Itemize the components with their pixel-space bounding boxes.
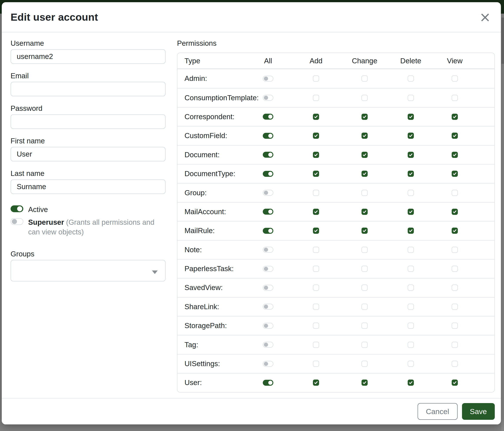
add-checkbox[interactable] [313,152,319,158]
view-checkbox[interactable] [452,95,458,101]
add-checkbox[interactable] [313,285,319,291]
view-checkbox[interactable] [452,379,458,386]
toggle-knob [264,96,268,100]
last-name-input[interactable] [10,180,166,194]
delete-checkbox[interactable] [408,247,414,253]
view-checkbox[interactable] [452,133,458,139]
all-toggle[interactable] [263,76,273,81]
all-toggle[interactable] [263,361,273,367]
username-input[interactable] [10,49,166,64]
view-checkbox[interactable] [452,190,458,196]
all-toggle[interactable] [263,304,273,310]
delete-checkbox[interactable] [408,323,414,329]
all-toggle[interactable] [263,114,273,120]
delete-checkbox[interactable] [408,152,414,158]
close-icon[interactable]: × [478,10,492,24]
cancel-button[interactable]: Cancel [418,403,458,420]
view-checkbox[interactable] [452,342,458,348]
view-checkbox[interactable] [452,304,458,310]
view-checkbox[interactable] [452,266,458,272]
save-button[interactable]: Save [462,403,495,420]
delete-checkbox[interactable] [408,114,414,120]
change-checkbox[interactable] [361,228,368,234]
change-checkbox[interactable] [361,190,368,196]
all-toggle[interactable] [263,152,273,158]
view-checkbox[interactable] [452,114,458,120]
change-checkbox[interactable] [361,133,368,139]
change-checkbox[interactable] [361,209,368,215]
delete-checkbox[interactable] [408,171,414,177]
delete-checkbox[interactable] [408,133,414,139]
add-checkbox[interactable] [313,323,319,329]
add-checkbox[interactable] [313,133,319,139]
change-checkbox[interactable] [361,95,368,101]
add-checkbox[interactable] [313,247,319,253]
page-scrollbar[interactable] [501,14,504,431]
groups-select[interactable] [10,260,166,281]
delete-checkbox[interactable] [408,95,414,101]
change-checkbox[interactable] [361,361,368,367]
all-toggle[interactable] [263,342,273,348]
add-checkbox[interactable] [313,266,319,272]
delete-checkbox[interactable] [408,285,414,291]
view-checkbox[interactable] [452,228,458,234]
view-checkbox[interactable] [452,209,458,215]
email-input[interactable] [10,82,166,96]
add-checkbox[interactable] [313,342,319,348]
add-checkbox[interactable] [313,304,319,310]
page-scrollbar-thumb[interactable] [501,18,504,64]
change-checkbox[interactable] [361,266,368,272]
password-input[interactable] [10,114,166,129]
delete-checkbox[interactable] [408,304,414,310]
all-toggle[interactable] [263,209,273,215]
delete-checkbox[interactable] [408,209,414,215]
all-toggle[interactable] [263,247,273,253]
change-checkbox[interactable] [361,114,368,120]
delete-checkbox[interactable] [408,361,414,367]
add-checkbox[interactable] [313,75,319,81]
all-toggle[interactable] [263,266,273,272]
all-toggle[interactable] [263,171,273,177]
add-checkbox[interactable] [313,228,319,234]
change-checkbox[interactable] [361,152,368,158]
active-toggle[interactable] [10,205,23,212]
all-toggle[interactable] [263,133,273,139]
view-checkbox[interactable] [452,152,458,158]
view-checkbox[interactable] [452,247,458,253]
change-checkbox[interactable] [361,285,368,291]
first-name-input[interactable] [10,147,166,162]
delete-checkbox[interactable] [408,190,414,196]
change-checkbox[interactable] [361,247,368,253]
add-checkbox[interactable] [313,361,319,367]
change-checkbox[interactable] [361,342,368,348]
add-checkbox[interactable] [313,114,319,120]
delete-checkbox[interactable] [408,379,414,386]
delete-checkbox[interactable] [408,266,414,272]
add-checkbox[interactable] [313,171,319,177]
add-checkbox[interactable] [313,379,319,386]
delete-checkbox[interactable] [408,228,414,234]
change-checkbox[interactable] [361,75,368,81]
change-checkbox[interactable] [361,171,368,177]
add-checkbox[interactable] [313,209,319,215]
view-checkbox[interactable] [452,285,458,291]
view-checkbox[interactable] [452,171,458,177]
all-toggle[interactable] [263,95,273,101]
change-checkbox[interactable] [361,379,368,386]
all-toggle[interactable] [263,323,273,329]
groups-field: Groups [10,250,166,281]
change-checkbox[interactable] [361,304,368,310]
all-toggle[interactable] [263,190,273,196]
all-toggle[interactable] [263,228,273,234]
delete-checkbox[interactable] [408,75,414,81]
delete-checkbox[interactable] [408,342,414,348]
add-checkbox[interactable] [313,190,319,196]
add-checkbox[interactable] [313,95,319,101]
change-checkbox[interactable] [361,323,368,329]
superuser-toggle[interactable] [10,218,23,225]
all-toggle[interactable] [263,285,273,291]
view-checkbox[interactable] [452,75,458,81]
view-checkbox[interactable] [452,323,458,329]
view-checkbox[interactable] [452,361,458,367]
all-toggle[interactable] [263,380,273,386]
